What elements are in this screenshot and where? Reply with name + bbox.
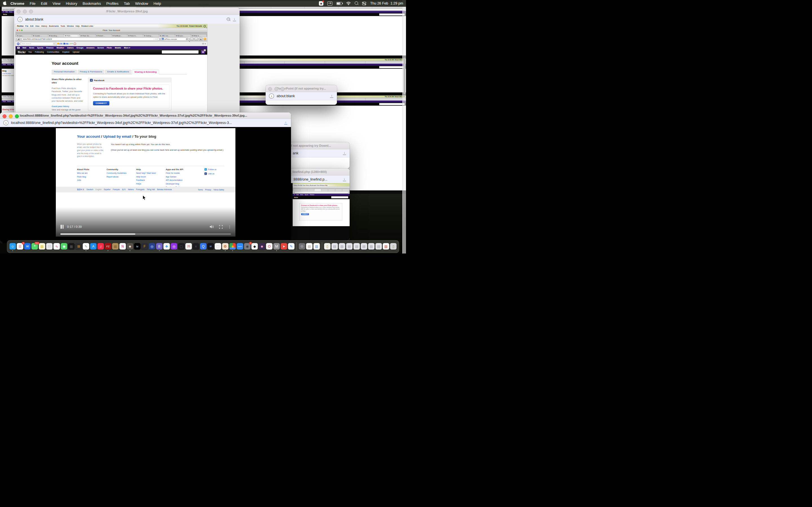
connect-button[interactable]: CONNECT <box>93 101 109 105</box>
minimized-window[interactable]: ▤ <box>339 243 345 249</box>
language-link[interactable]: Deutsch <box>87 188 93 191</box>
minimized-window[interactable]: ▤ <box>368 243 375 249</box>
wifi-icon[interactable] <box>346 2 351 5</box>
minimized-window[interactable]: ▤ <box>354 243 360 249</box>
follow-us-link[interactable]: Follow us <box>208 168 216 170</box>
intellij[interactable]: IJ <box>207 243 214 249</box>
apple-news[interactable]: N <box>119 243 126 249</box>
download-icon[interactable] <box>343 151 346 155</box>
camera-icon[interactable]: ▣ <box>201 50 205 54</box>
footer-link[interactable]: Developer blog <box>166 182 195 186</box>
battery-icon[interactable]: ϟ <box>336 2 342 5</box>
info-icon[interactable]: i <box>269 94 274 99</box>
yahoo-nav-item[interactable]: Sports <box>37 47 43 49</box>
browser-tab[interactable]: Flickr... <box>64 35 80 37</box>
notes[interactable]: ▤ <box>39 243 45 249</box>
messages[interactable]: 212 ❝ <box>32 243 38 249</box>
reminders[interactable]: 3 ☰ <box>17 243 23 249</box>
app-brown[interactable]: ▦ <box>112 243 119 249</box>
flickr-nav-item[interactable]: Upload <box>73 51 80 53</box>
download-icon[interactable] <box>343 177 346 181</box>
footer-link[interactable]: Feedback <box>136 179 166 182</box>
language-link[interactable]: 繁體中文 <box>77 188 84 191</box>
blank-doc[interactable]: ▢ <box>215 243 221 249</box>
url-text[interactable]: about:blank <box>25 17 224 21</box>
browser-tab[interactable]: ABC ivie... <box>159 35 174 37</box>
menu-item[interactable]: History <box>66 1 77 6</box>
browser-tab[interactable]: Cookie ... <box>32 35 48 37</box>
footer-link[interactable]: App Garden <box>166 175 195 179</box>
address-bar[interactable]: i localhost:8888/one_linefind.php?avideo… <box>0 119 291 127</box>
account-tab[interactable]: Personal Information <box>52 69 77 74</box>
apple-tv[interactable]: tv <box>134 243 141 249</box>
language-link[interactable]: Italiano <box>128 188 134 191</box>
notes-doc[interactable]: ▤ <box>306 243 313 249</box>
app-panda[interactable]: ☻ <box>259 243 265 249</box>
menu-bar-date[interactable]: Thu 26 Feb <box>370 1 388 5</box>
menu-item[interactable]: File <box>30 1 36 6</box>
footer-link[interactable]: Flickr blog <box>77 175 107 179</box>
browser-tab[interactable]: What is ... <box>191 35 206 37</box>
yahoo-nav-item[interactable]: Mail <box>22 47 27 49</box>
browser-tab[interactable]: Rjmpro... <box>175 35 191 37</box>
account-tab[interactable]: Privacy & Permissions <box>78 69 105 74</box>
info-icon[interactable]: i <box>3 120 8 125</box>
titlebar[interactable]: /Flickr_Wordpress-39of.jpg <box>14 8 240 15</box>
url-field[interactable]: www.flickr.com/account?tab=extend☆ ▾ C <box>21 38 160 41</box>
yahoo-nav-item[interactable]: More ▾ <box>124 47 130 49</box>
footer-link[interactable]: API documentation <box>166 179 195 182</box>
minimized-window[interactable]: ▤ <box>332 243 338 249</box>
flickr-nav-item[interactable]: Communities <box>47 51 59 53</box>
keyboard-switcher-icon[interactable]: ≡⌘ <box>327 1 333 6</box>
minimized-window[interactable]: ▤ <box>346 243 353 249</box>
menu-item[interactable]: Profiles <box>106 1 118 6</box>
yahoo-nav-item[interactable]: Flickr <box>107 47 112 49</box>
address-bar[interactable]: i about:blank <box>266 92 337 100</box>
footer-link[interactable]: Help forum <box>136 175 166 179</box>
app-dark[interactable]: ⌗ <box>193 243 199 249</box>
info-icon[interactable]: i <box>17 17 22 22</box>
garageband[interactable]: 2 ◉ <box>244 243 251 249</box>
opera[interactable]: O <box>266 243 273 249</box>
compass-red[interactable]: ➤ <box>281 243 287 249</box>
browser-tab[interactable]: Robert ... <box>96 35 111 37</box>
chrome[interactable]: ◉ • <box>230 243 236 249</box>
language-link[interactable]: Português <box>136 188 145 191</box>
markup[interactable]: ✎ <box>288 243 295 249</box>
finder[interactable]: ☺ • <box>10 243 16 249</box>
yahoo-nav-item[interactable]: Mobile <box>115 47 121 49</box>
url-text[interactable]: localhost:8888/one_linefind.php?avideoli… <box>11 121 282 125</box>
legal-link[interactable]: Yahoo Safely <box>213 189 224 191</box>
video-more-icon[interactable]: ⋮ <box>228 225 232 229</box>
breadcrumb-link[interactable]: Upload by email <box>103 134 132 138</box>
yahoo-nav-item[interactable]: Finance <box>46 47 54 49</box>
video-progress-track[interactable] <box>60 233 231 235</box>
browser-tab[interactable]: Getting ... <box>143 35 159 37</box>
gimp[interactable]: ☻ • <box>127 243 133 249</box>
footer-link[interactable]: FAQs <box>136 182 166 186</box>
facetime[interactable]: ◉ <box>61 243 67 249</box>
status-app-icon[interactable]: ☻ <box>319 1 323 6</box>
back-button[interactable]: ◀ <box>17 37 20 41</box>
browser-tab[interactable]: Flickr Se... <box>80 35 95 37</box>
toolbar-button[interactable]: ▣ <box>199 38 202 41</box>
address-bar[interactable]: i about:blank <box>14 15 240 24</box>
gear-icon[interactable]: ⚙ ▾ <box>202 43 206 45</box>
podcasts[interactable]: ◎ <box>171 243 177 249</box>
menu-item[interactable]: Bookmarks <box>83 1 101 6</box>
download-icon[interactable] <box>284 121 288 125</box>
accessibility[interactable]: ☉ <box>299 243 305 249</box>
flickr-nav-item[interactable]: Following <box>35 51 44 53</box>
footer-link[interactable]: Who we are <box>77 172 107 175</box>
titlebar[interactable]: localhost:8888/one_linefind.php?avideoli… <box>0 112 291 119</box>
menu-bar-clock[interactable]: 1:29 pm <box>391 1 403 5</box>
yahoo-nav-item[interactable]: Games <box>67 47 73 49</box>
volume-icon[interactable] <box>209 225 214 229</box>
web-search-field[interactable]: Web Search <box>20 42 56 45</box>
download-icon[interactable] <box>233 17 236 21</box>
menu-item[interactable]: Tab <box>124 1 130 6</box>
photos-doc[interactable]: ▨ <box>313 243 320 249</box>
app-slash[interactable]: ◎ <box>149 243 155 249</box>
yahoo-nav-item[interactable]: News <box>29 47 34 49</box>
like-us-link[interactable]: Like us <box>208 173 214 175</box>
